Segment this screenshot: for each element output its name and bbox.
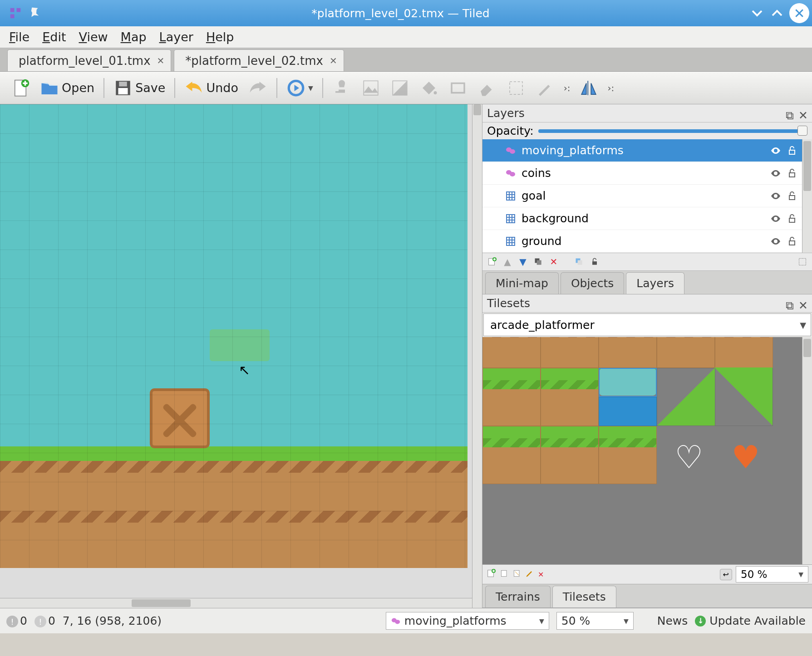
close-button[interactable]: ✕ xyxy=(789,3,809,23)
open-button[interactable]: Open xyxy=(37,75,97,101)
edit-tileset-icon[interactable] xyxy=(525,569,534,580)
restore-icon[interactable]: ⧉ xyxy=(786,299,795,308)
tileset-scrollbar[interactable] xyxy=(802,337,812,564)
eye-icon[interactable] xyxy=(770,168,781,179)
tile[interactable] xyxy=(482,426,541,484)
svg-rect-21 xyxy=(507,192,515,200)
update-available[interactable]: Update Available xyxy=(695,614,806,627)
stamp-tool xyxy=(330,75,354,101)
eye-icon[interactable] xyxy=(770,213,781,224)
export-tileset-icon[interactable] xyxy=(512,569,522,580)
eye-icon[interactable] xyxy=(770,236,781,247)
layer-item[interactable]: coins xyxy=(482,162,802,185)
tile[interactable] xyxy=(599,337,657,368)
save-button[interactable]: Save xyxy=(111,75,168,101)
lock-icon[interactable] xyxy=(787,145,797,156)
close-icon[interactable]: ✕ xyxy=(798,109,807,118)
command-button[interactable]: ▼ xyxy=(284,75,316,101)
tile[interactable] xyxy=(599,426,657,484)
delete-layer-icon[interactable]: ✕ xyxy=(548,256,560,268)
layer-item[interactable]: background xyxy=(482,207,802,230)
undo-button[interactable]: Undo xyxy=(182,75,241,101)
minimize-button[interactable] xyxy=(749,5,765,21)
tileset-dropdown[interactable]: arcade_platformer ▼ xyxy=(483,313,811,336)
delete-tileset-icon[interactable]: ✕ xyxy=(538,570,544,579)
tile[interactable] xyxy=(657,337,715,368)
lock-icon[interactable] xyxy=(787,191,797,201)
heart-outline-tile[interactable]: ♡ xyxy=(662,435,716,480)
menu-map[interactable]: Map xyxy=(121,30,147,44)
tab-objects[interactable]: Objects xyxy=(561,272,624,294)
map-canvas[interactable]: ↖ xyxy=(0,104,472,598)
layer-item[interactable]: ground xyxy=(482,230,802,253)
current-layer-select[interactable]: moving_platforms ▼ xyxy=(386,612,549,630)
tile[interactable] xyxy=(715,337,773,368)
main-toolbar: Open Save Undo ▼ ›: ›: xyxy=(0,72,812,104)
new-button[interactable] xyxy=(8,75,33,101)
restore-icon[interactable]: ⧉ xyxy=(786,109,795,118)
tilesets-panel-header: Tilesets ⧉ ✕ xyxy=(482,294,812,313)
embed-tileset-icon[interactable] xyxy=(500,569,509,580)
new-tileset-icon[interactable] xyxy=(486,568,496,580)
svg-rect-38 xyxy=(514,570,519,576)
toolbar-overflow[interactable]: ›: xyxy=(562,83,572,93)
maximize-button[interactable] xyxy=(769,5,785,21)
dynamic-wrap-icon[interactable]: ↩ xyxy=(720,569,732,580)
vertical-scrollbar[interactable] xyxy=(472,104,482,608)
horizontal-scrollbar[interactable] xyxy=(0,598,472,608)
highlight-icon[interactable] xyxy=(797,256,808,268)
error-icon[interactable]: ! xyxy=(6,616,18,627)
lock-icon[interactable] xyxy=(787,236,797,247)
tab-minimap[interactable]: Mini-map xyxy=(485,272,559,294)
tile[interactable] xyxy=(541,368,599,426)
menu-help[interactable]: Help xyxy=(206,30,234,44)
tileset-grid[interactable]: ♡ ♥ xyxy=(482,337,802,564)
close-tab-icon[interactable]: ✕ xyxy=(330,55,337,66)
new-layer-icon[interactable] xyxy=(486,256,498,268)
flip-tool[interactable] xyxy=(576,75,601,101)
opacity-slider[interactable] xyxy=(538,129,807,133)
tab-terrains[interactable]: Terrains xyxy=(485,586,551,607)
tile[interactable] xyxy=(715,368,773,426)
menu-layer[interactable]: Layer xyxy=(159,30,193,44)
menu-edit[interactable]: Edit xyxy=(42,30,66,44)
news-link[interactable]: News xyxy=(657,614,688,627)
eye-icon[interactable] xyxy=(770,191,781,201)
tab-layers[interactable]: Layers xyxy=(626,272,684,294)
tile[interactable] xyxy=(657,368,715,426)
svg-rect-6 xyxy=(119,82,127,87)
warning-icon[interactable]: ! xyxy=(34,616,46,627)
layer-item[interactable]: moving_platforms xyxy=(482,139,802,162)
file-tab[interactable]: platform_level_01.tmx ✕ xyxy=(7,49,171,71)
lock-layer-icon[interactable] xyxy=(589,256,600,268)
pin-icon[interactable] xyxy=(28,6,43,20)
layer-item[interactable]: goal xyxy=(482,185,802,207)
menu-view[interactable]: View xyxy=(79,30,108,44)
tile-layer-icon xyxy=(505,236,516,247)
tile[interactable] xyxy=(482,337,541,368)
tab-tilesets[interactable]: Tilesets xyxy=(552,586,616,607)
lock-icon[interactable] xyxy=(787,168,797,179)
tile[interactable] xyxy=(482,368,541,426)
tile[interactable] xyxy=(599,397,657,426)
status-coords: 7, 16 (958, 2106) xyxy=(63,614,162,627)
layer-down-icon[interactable]: ▼ xyxy=(517,256,529,268)
tileset-zoom-select[interactable]: 50 %▼ xyxy=(736,566,808,583)
close-tab-icon[interactable]: ✕ xyxy=(157,55,165,66)
layer-up-icon[interactable]: ▲ xyxy=(502,256,513,268)
duplicate-layer-icon[interactable] xyxy=(532,256,544,268)
show-layer-icon[interactable] xyxy=(573,256,585,268)
opacity-row: Opacity: xyxy=(482,122,812,139)
menu-file[interactable]: File xyxy=(9,30,30,44)
tile[interactable] xyxy=(541,337,599,368)
tile[interactable] xyxy=(541,426,599,484)
tile-selection xyxy=(599,368,657,397)
toolbar-overflow-2[interactable]: ›: xyxy=(605,83,616,93)
file-tab[interactable]: *platform_level_02.tmx ✕ xyxy=(174,49,344,71)
lock-icon[interactable] xyxy=(787,213,797,224)
close-icon[interactable]: ✕ xyxy=(798,299,807,308)
eye-icon[interactable] xyxy=(770,145,781,156)
zoom-select[interactable]: 50 %▼ xyxy=(556,612,634,630)
heart-solid-tile[interactable]: ♥ xyxy=(718,435,773,480)
layers-scrollbar[interactable] xyxy=(802,139,812,253)
